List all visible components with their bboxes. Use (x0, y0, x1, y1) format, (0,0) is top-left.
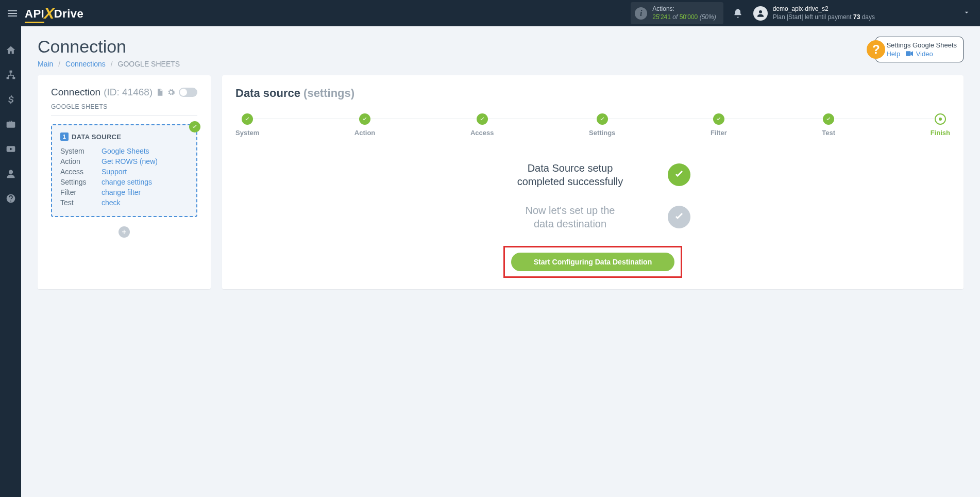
help-widget: ? Settings Google Sheets Help Video (875, 37, 964, 62)
panel-title-sub: (settings) (300, 87, 354, 100)
sidebar-home-icon[interactable] (6, 45, 16, 55)
ds-filter-link[interactable]: change filter (102, 188, 141, 196)
document-icon[interactable] (156, 88, 164, 96)
check-circle-icon (668, 163, 690, 186)
ds-settings-link[interactable]: change settings (102, 178, 152, 186)
ds-system-link[interactable]: Google Sheets (102, 147, 149, 155)
help-link[interactable]: Help (886, 50, 900, 58)
content-area: Connection Main / Connections / GOOGLE S… (21, 26, 980, 497)
add-destination-button[interactable]: + (119, 226, 130, 238)
actions-pct: (50%) (698, 13, 716, 21)
svg-point-5 (8, 170, 12, 174)
info-icon: i (635, 7, 647, 20)
user-plan-prefix: Plan |Start| left until payment (773, 13, 853, 21)
connection-card: Connection (ID: 41468) GOOGLE SHEETS 1 D… (38, 75, 211, 289)
step-filter[interactable]: Filter (711, 113, 727, 137)
check-circle-muted-icon (668, 206, 690, 228)
cta-highlight: Start Configuring Data Destination (503, 246, 682, 278)
logo-drive: Drive (54, 7, 84, 21)
step-finish[interactable]: Finish (931, 113, 950, 137)
check-icon (189, 121, 200, 132)
data-source-heading: DATA SOURCE (72, 133, 121, 141)
status-next: Now let's set up the data destination (428, 204, 758, 230)
start-configuring-button[interactable]: Start Configuring Data Destination (511, 253, 674, 271)
ds-row-action: ActionGet ROWS (new) (60, 157, 188, 165)
svg-rect-7 (906, 51, 910, 56)
actions-label: Actions: (652, 5, 716, 13)
user-menu[interactable]: demo_apix-drive_s2 Plan |Start| left unt… (753, 5, 974, 21)
breadcrumb-main[interactable]: Main (38, 60, 53, 68)
user-days: 73 (853, 13, 860, 21)
step-settings[interactable]: Settings (589, 113, 615, 137)
actions-max: 50'000 (680, 13, 698, 21)
question-icon: ? (867, 40, 885, 59)
sidebar-sitemap-icon[interactable] (6, 70, 16, 80)
ds-row-access: AccessSupport (60, 168, 188, 176)
chevron-down-icon (962, 8, 971, 19)
connection-title: Connection (51, 87, 100, 98)
logo-x: X (44, 5, 55, 22)
svg-rect-2 (6, 77, 9, 79)
breadcrumb-current: GOOGLE SHEETS (118, 60, 180, 68)
ds-access-link[interactable]: Support (102, 168, 127, 176)
video-icon (906, 51, 914, 56)
step-access[interactable]: Access (470, 113, 494, 137)
help-title: Settings Google Sheets (886, 41, 957, 49)
video-link[interactable]: Video (916, 50, 933, 58)
stepper: System Action Access Settings Filter Tes… (235, 113, 950, 137)
sidebar-help-icon[interactable] (6, 193, 16, 204)
sidebar-user-icon[interactable] (6, 169, 16, 179)
connection-toggle[interactable] (179, 88, 197, 97)
avatar-icon (753, 6, 768, 21)
step-number-badge: 1 (60, 132, 69, 141)
ds-row-test: Testcheck (60, 198, 188, 207)
sidebar-dollar-icon[interactable] (6, 94, 16, 105)
logo[interactable]: API X Drive (25, 4, 83, 23)
user-days-sfx: days (860, 13, 875, 21)
panel-title: Data source (235, 87, 300, 100)
data-source-panel: Data source (settings) System Action Acc… (222, 75, 964, 289)
svg-rect-1 (9, 71, 12, 73)
breadcrumb: Main / Connections / GOOGLE SHEETS (38, 60, 180, 68)
step-action[interactable]: Action (354, 113, 375, 137)
svg-point-0 (759, 10, 762, 13)
menu-toggle-icon[interactable] (6, 7, 19, 20)
page-title: Connection (38, 37, 180, 57)
status-complete: Data Source setup completed successfully (428, 161, 758, 188)
breadcrumb-connections[interactable]: Connections (65, 60, 106, 68)
actions-of: of (671, 13, 680, 21)
sidebar (0, 26, 21, 497)
ds-action-link[interactable]: Get ROWS (new) (102, 157, 158, 165)
svg-rect-3 (12, 77, 15, 79)
step-system[interactable]: System (235, 113, 259, 137)
sidebar-briefcase-icon[interactable] (6, 119, 16, 129)
logo-api: API (25, 7, 44, 23)
connection-id: (ID: 41468) (104, 87, 153, 98)
ds-row-system: SystemGoogle Sheets (60, 147, 188, 155)
data-source-box: 1 DATA SOURCE SystemGoogle Sheets Action… (51, 124, 197, 217)
connection-subtitle: GOOGLE SHEETS (51, 103, 197, 116)
actions-box[interactable]: i Actions: 25'241 of 50'000 (50%) (631, 2, 723, 24)
ds-test-link[interactable]: check (102, 198, 121, 207)
actions-count: 25'241 (652, 13, 671, 21)
notifications-icon[interactable] (733, 8, 743, 19)
gear-icon[interactable] (167, 88, 175, 96)
step-test[interactable]: Test (822, 113, 835, 137)
ds-row-settings: Settingschange settings (60, 178, 188, 186)
user-name: demo_apix-drive_s2 (773, 5, 875, 13)
topbar: API X Drive i Actions: 25'241 of 50'000 … (0, 0, 980, 26)
sidebar-youtube-icon[interactable] (6, 144, 16, 154)
ds-row-filter: Filterchange filter (60, 188, 188, 196)
